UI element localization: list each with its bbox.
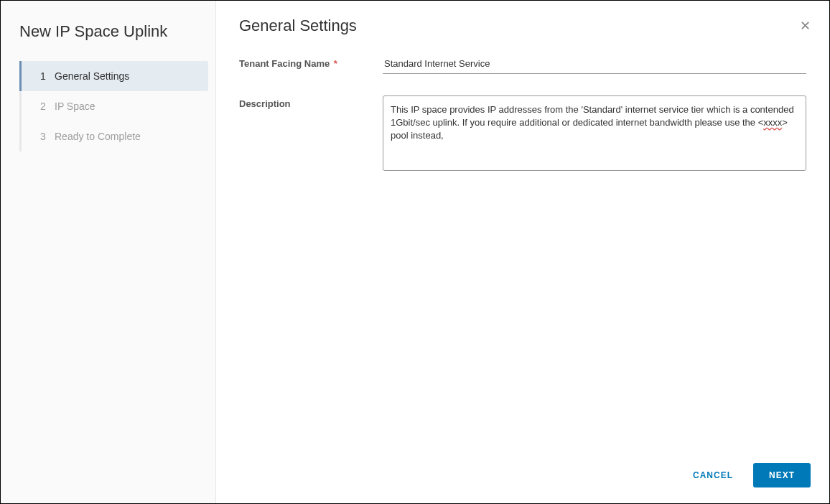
close-icon[interactable]: ✕ xyxy=(800,18,811,34)
step-ready-to-complete[interactable]: 3 Ready to Complete xyxy=(19,121,215,151)
main-header: General Settings ✕ xyxy=(216,1,829,50)
desc-text-spellerror: xxxx xyxy=(763,117,782,128)
page-title: General Settings xyxy=(239,17,357,35)
step-label: Ready to Complete xyxy=(55,131,141,142)
wizard-steps: 1 General Settings 2 IP Space 3 Ready to… xyxy=(19,61,215,151)
wizard-title: New IP Space Uplink xyxy=(1,15,215,61)
tenant-name-input[interactable] xyxy=(383,55,806,74)
wizard-footer: CANCEL NEXT xyxy=(216,450,829,503)
description-input-wrap: This IP space provides IP addresses from… xyxy=(383,95,806,171)
form-area: Tenant Facing Name * Description This IP… xyxy=(216,50,829,450)
wizard-sidebar: New IP Space Uplink 1 General Settings 2… xyxy=(1,1,216,503)
tenant-name-input-wrap xyxy=(383,55,806,74)
field-description: Description This IP space provides IP ad… xyxy=(239,95,806,171)
step-label: General Settings xyxy=(55,70,129,82)
wizard-main: General Settings ✕ Tenant Facing Name * … xyxy=(216,1,829,503)
step-ip-space[interactable]: 2 IP Space xyxy=(19,91,215,121)
tenant-name-label: Tenant Facing Name * xyxy=(239,55,383,69)
field-tenant-facing-name: Tenant Facing Name * xyxy=(239,55,806,74)
description-label: Description xyxy=(239,95,383,109)
step-number: 1 xyxy=(40,70,55,82)
desc-text-pre: This IP space provides IP addresses from… xyxy=(391,104,796,128)
wizard-dialog: New IP Space Uplink 1 General Settings 2… xyxy=(0,0,830,504)
step-number: 3 xyxy=(40,131,55,142)
step-label: IP Space xyxy=(55,101,95,112)
label-text: Tenant Facing Name xyxy=(239,58,330,69)
step-general-settings[interactable]: 1 General Settings xyxy=(19,61,208,91)
next-button[interactable]: NEXT xyxy=(753,463,811,487)
required-asterisk: * xyxy=(334,58,337,69)
description-textarea[interactable]: This IP space provides IP addresses from… xyxy=(383,95,806,171)
step-number: 2 xyxy=(40,101,55,112)
cancel-button[interactable]: CANCEL xyxy=(686,465,740,486)
